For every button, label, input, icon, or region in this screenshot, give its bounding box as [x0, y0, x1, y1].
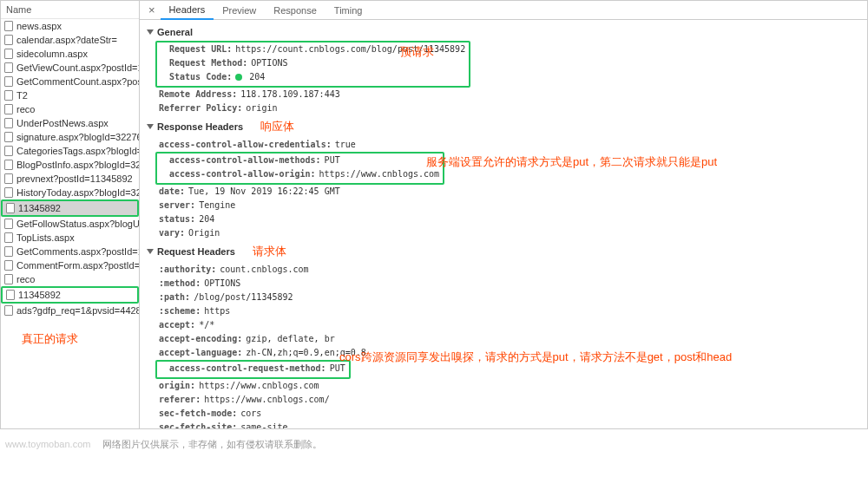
triangle-down-icon: [147, 29, 154, 35]
header-row: Status Code: 204: [157, 70, 465, 84]
file-icon: [4, 118, 13, 128]
file-icon: [4, 104, 13, 114]
header-row: Referrer Policy: origin: [147, 101, 860, 115]
request-list-item[interactable]: reco: [1, 272, 139, 286]
tab-timing[interactable]: Timing: [326, 2, 372, 19]
header-key: accept:: [159, 319, 195, 331]
section-title: Request Headers: [157, 246, 235, 257]
annotation-server-allow: 服务端设置允许的请求方式是put，第二次请求就只能是put: [426, 154, 717, 170]
header-row: accept: */*: [147, 318, 860, 332]
request-list-item[interactable]: 11345892: [3, 201, 137, 215]
header-value: */*: [199, 319, 214, 331]
header-row: :method: OPTIONS: [147, 277, 860, 291]
header-key: Request URL:: [169, 43, 232, 56]
main-panel: × Headers Preview Response Timing Genera…: [140, 1, 867, 428]
header-value: Origin: [188, 227, 220, 239]
file-icon: [4, 232, 13, 243]
highlight-box-sidebar: 11345892: [1, 286, 139, 304]
devtools-panel: Name news.aspxcalendar.aspx?dateStr=side…: [0, 0, 868, 429]
header-value: OPTIONS: [251, 57, 287, 69]
request-list-label: reco: [16, 104, 35, 114]
annotation-real-request: 真正的请求: [1, 317, 139, 350]
tab-headers[interactable]: Headers: [161, 1, 214, 20]
file-icon: [4, 246, 13, 257]
file-icon: [4, 260, 13, 271]
file-icon: [4, 35, 13, 45]
file-icon: [4, 274, 13, 284]
request-list-item[interactable]: reco: [1, 102, 139, 116]
header-row: status: 204: [147, 212, 860, 226]
header-row: accept-encoding: gzip, deflate, br: [147, 332, 860, 346]
footer-domain: www.toymoban.com: [5, 439, 90, 449]
file-icon: [4, 90, 13, 101]
section-response-headers[interactable]: Response Headers 响应体: [147, 115, 860, 138]
file-icon: [4, 132, 13, 142]
file-icon: [4, 219, 13, 229]
triangle-down-icon: [147, 124, 154, 129]
request-list-item[interactable]: TopLists.aspx: [1, 231, 139, 245]
highlight-box-sidebar: 11345892: [1, 199, 139, 217]
request-list-label: ads?gdfp_req=1&pvsid=442815...: [16, 305, 139, 316]
header-row: origin: https://www.cnblogs.com: [147, 379, 860, 393]
header-key: access-control-allow-origin:: [169, 168, 316, 180]
request-list-item[interactable]: sidecolumn.aspx: [1, 47, 139, 61]
request-list-label: UnderPostNews.aspx: [16, 118, 108, 128]
request-list-item[interactable]: GetViewCount.aspx?postId=113...: [1, 61, 139, 75]
request-list-item[interactable]: HistoryToday.aspx?blogId=3227...: [1, 186, 139, 199]
status-dot-icon: [235, 74, 242, 81]
header-row: access-control-allow-methods: PUT: [157, 154, 439, 167]
header-key: :authority:: [159, 264, 216, 276]
header-value: Tue, 19 Nov 2019 16:22:45 GMT: [188, 186, 340, 198]
header-row: date: Tue, 19 Nov 2019 16:22:45 GMT: [147, 185, 860, 199]
request-list-item[interactable]: prevnext?postId=11345892: [1, 172, 139, 186]
header-value: 118.178.109.187:443: [240, 88, 339, 101]
header-row: :path: /blog/post/11345892: [147, 291, 860, 304]
request-list-item[interactable]: GetFollowStatus.aspx?blogUser...: [1, 217, 139, 231]
request-list-item[interactable]: GetComments.aspx?postId=113...: [1, 245, 139, 258]
triangle-down-icon: [147, 249, 154, 254]
header-value: cors: [240, 408, 261, 420]
request-list-item[interactable]: UnderPostNews.aspx: [1, 116, 139, 130]
close-icon[interactable]: ×: [143, 1, 161, 19]
request-list-item[interactable]: CategoriesTags.aspx?blogId=32...: [1, 144, 139, 158]
request-list-item[interactable]: GetCommentCount.aspx?postId...: [1, 75, 139, 88]
header-key: Referrer Policy:: [159, 102, 242, 114]
header-value: https://www.cnblogs.com/: [204, 394, 330, 406]
header-value: origin: [246, 102, 277, 114]
tab-response[interactable]: Response: [265, 2, 326, 19]
footer: www.toymoban.com 网络图片仅供展示，非存储，如有侵权请联系删除。: [0, 429, 868, 460]
request-list-label: GetViewCount.aspx?postId=113...: [16, 62, 139, 73]
request-list-item[interactable]: signature.aspx?blogId=322763: [1, 130, 139, 144]
request-list-label: calendar.aspx?dateStr=: [16, 35, 117, 45]
header-key: sec-fetch-site:: [159, 421, 237, 428]
header-value: 204: [199, 213, 214, 225]
request-list-item[interactable]: calendar.aspx?dateStr=: [1, 33, 139, 47]
header-value: OPTIONS: [204, 278, 240, 290]
header-key: origin:: [159, 380, 195, 392]
annotation-cors-probe: cors跨源资源同享发出嗅探，请求的方式是put，请求方法不是get，post和…: [339, 350, 732, 365]
request-list-sidebar: Name news.aspxcalendar.aspx?dateStr=side…: [1, 1, 140, 428]
annotation-response-body: 响应体: [260, 119, 294, 134]
header-key: access-control-request-method:: [169, 363, 326, 375]
section-request-headers[interactable]: Request Headers 请求体: [147, 240, 860, 263]
header-key: :method:: [159, 278, 201, 290]
request-list-item[interactable]: news.aspx: [1, 19, 139, 33]
tab-preview[interactable]: Preview: [214, 2, 265, 19]
request-list-item[interactable]: ads?gdfp_req=1&pvsid=442815...: [1, 304, 139, 317]
request-list-item[interactable]: T2: [1, 88, 139, 102]
header-key: accept-language:: [159, 347, 242, 359]
request-list-item[interactable]: CommentForm.aspx?postId=11...: [1, 258, 139, 272]
header-row: sec-fetch-site: same-site: [147, 421, 860, 428]
header-row: access-control-allow-credentials: true: [147, 138, 860, 152]
header-value: 204: [235, 71, 265, 83]
header-value: https://www.cnblogs.com: [319, 168, 439, 180]
header-value: gzip, deflate, br: [246, 333, 334, 345]
file-icon: [4, 21, 13, 31]
request-list-item[interactable]: BlogPostInfo.aspx?blogId=3227...: [1, 158, 139, 172]
header-value: same-site: [240, 421, 287, 428]
request-list-label: signature.aspx?blogId=322763: [16, 132, 139, 142]
request-list-label: TopLists.aspx: [16, 232, 75, 243]
section-general[interactable]: General: [147, 23, 860, 41]
header-value: https://www.cnblogs.com: [199, 380, 319, 392]
request-list-item[interactable]: 11345892: [3, 288, 137, 302]
